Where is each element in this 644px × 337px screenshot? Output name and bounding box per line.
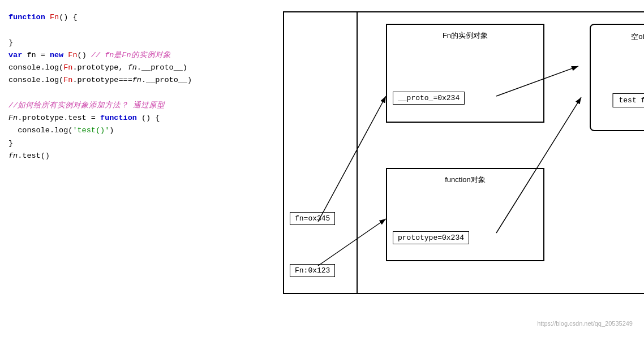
italic-fn-3: Fn [8,114,18,122]
fn-label: fn=ox345 [290,212,335,225]
code-text: .__proto__) [137,63,187,72]
code-text: Fn() [63,51,91,59]
code-text: .__proto__) [141,76,192,84]
code-text: fn = [22,51,50,59]
outer-box: fn=ox345 Fn:0x123 Fn的实例对象 __proto_=0x234… [283,11,644,294]
proto-label: __proto_=0x234 [393,92,465,105]
code-line-9: Fn.prototype.test = function () { [8,112,246,124]
code-text: console.log(Fn.prototype, [8,63,128,72]
kw-new: new [50,51,63,59]
code-line-8: //如何给所有实例对象添加方法？ 通过原型 [8,100,246,112]
page-container: function Fn() { } var fn = new Fn() // f… [0,0,644,337]
kw-var: var [8,51,22,59]
empty-obj-title: 空object对象 [631,32,644,42]
italic-fn-1: fn [128,63,137,72]
comment-1: // fn是Fn的实例对象 [91,51,171,59]
code-line-12: fn.test() [8,150,246,162]
code-text: .test() [18,152,50,160]
code-line-1: function Fn() { [8,11,246,24]
code-line-7 [8,87,246,100]
code-line-3: } [8,37,246,49]
watermark: https://blog.csdn.net/qq_20535249 [537,320,633,327]
code-line-6: console.log(Fn.prototype===fn.__proto__) [8,74,246,87]
instance-title: Fn的实例对象 [443,31,488,41]
diagram-panel: fn=ox345 Fn:0x123 Fn的实例对象 __proto_=0x234… [255,6,638,331]
code-panel: function Fn() { } var fn = new Fn() // f… [6,6,249,331]
italic-fn-2: fn [132,76,141,84]
code-text: console.log('test()') [8,126,114,135]
code-text: .prototype.test = [18,114,100,122]
code-line-10: console.log('test()') [8,124,246,137]
code-text: Fn() { [45,13,78,21]
test-fn-label: test function() [612,93,644,107]
kw-function-2: function [100,114,137,122]
function-box: function对象 prototype=0x234 [386,168,544,261]
code-text: console.log(Fn.prototype=== [8,76,132,84]
italic-fn-4: fn [8,152,18,160]
comment-2: //如何给所有实例对象添加方法？ 通过原型 [8,101,165,110]
function-title: function对象 [445,175,486,185]
instance-box: Fn的实例对象 __proto_=0x234 [386,24,544,123]
code-line-2 [8,24,246,36]
code-line-5: console.log(Fn.prototype, fn.__proto__) [8,62,246,74]
code-line-11: } [8,137,246,150]
empty-obj-box: 空object对象 test function() [590,24,644,131]
code-line-4: var fn = new Fn() // fn是Fn的实例对象 [8,49,246,62]
code-text: () { [137,114,160,122]
fn-cap-label: Fn:0x123 [290,264,335,277]
stack-box: fn=ox345 Fn:0x123 [284,12,358,293]
keyword-function: function [8,13,45,21]
prototype-label: prototype=0x234 [393,231,469,244]
right-section: Fn的实例对象 __proto_=0x234 function对象 protot… [358,12,644,293]
